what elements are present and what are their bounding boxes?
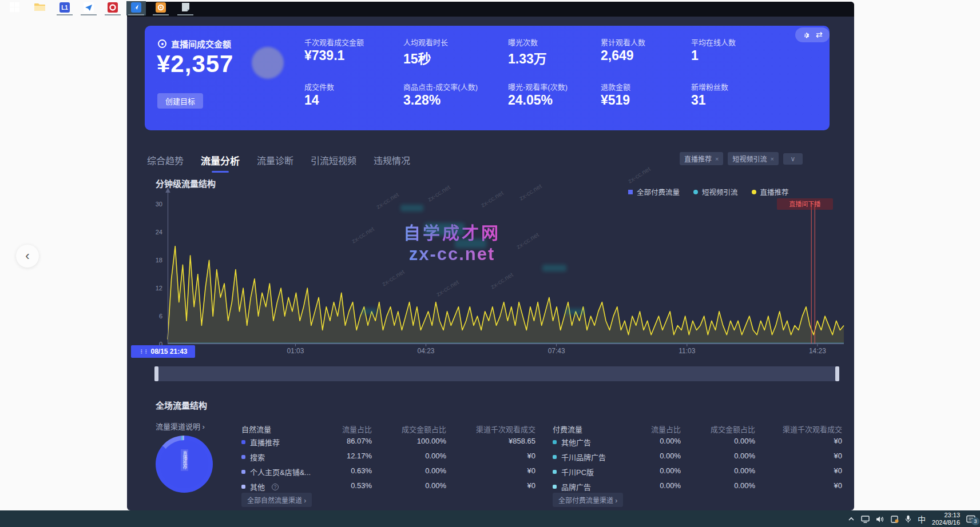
metric-label: 累计观看人数 (601, 37, 645, 47)
taskbar-blue-l-app[interactable]: L1 (55, 1, 74, 15)
metric-label: 商品点击-成交率(人数) (403, 81, 478, 92)
paid-cell: 0.00% (660, 481, 681, 490)
row-label: 千川PC版 (561, 466, 594, 477)
filter-chip-直播推荐[interactable]: 直播推荐× (680, 152, 723, 165)
volume-icon[interactable] (876, 516, 884, 523)
chevron-left-icon: ‹ (25, 249, 29, 263)
paid-col-header: 流量占比 (651, 424, 681, 434)
back-button[interactable]: ‹ (16, 245, 39, 268)
natural-col-header: 渠道千次观看成交 (476, 424, 535, 434)
open-app-indicator (153, 14, 169, 15)
pie-inner-label: 直播推荐 (181, 449, 188, 471)
taskbar-blue-arrow-app[interactable] (126, 1, 146, 15)
row-bullet (553, 470, 557, 474)
metric-label: 新增粉丝数 (691, 81, 728, 92)
natural-col-header: 流量占比 (342, 424, 372, 434)
taskbar-red-ring-browser[interactable] (103, 1, 122, 15)
tab-综合趋势[interactable]: 综合趋势 (147, 153, 184, 167)
filter-dropdown[interactable]: ∨ (783, 153, 803, 165)
window-top-bar (127, 2, 854, 17)
metric-label: 曝光-观看率(次数) (508, 81, 568, 92)
tab-违规情况[interactable]: 违规情况 (374, 153, 410, 167)
paid-cell: 0.00% (660, 466, 681, 475)
system-tray: 中 23:13 2024/8/16 3 (848, 512, 975, 526)
natural-row-直播推荐: 直播推荐 (241, 437, 280, 448)
slider-left-handle[interactable] (154, 366, 158, 381)
row-bullet (553, 485, 557, 489)
paid-table-title: 付费流量 (553, 424, 582, 434)
filter-chip-短视频引流[interactable]: 短视频引流× (728, 152, 778, 165)
stream-end-annotation: 直播间下播 (777, 198, 833, 210)
metric-value: 1 (691, 48, 699, 63)
chevron-down-icon: ∨ (791, 155, 796, 163)
gear-icon[interactable] (802, 31, 810, 39)
open-app-indicator (57, 14, 73, 15)
natural-table-title: 自然流量 (241, 424, 271, 434)
clock-date: 2024/8/16 (932, 519, 960, 526)
natural-cell: 86.07% (347, 437, 372, 445)
natural-col-header: 成交金额占比 (402, 424, 446, 434)
tab-流量分析[interactable]: 流量分析 (201, 153, 240, 167)
time-cursor-badge[interactable]: ⋮⋮ 08/15 21:43 (131, 345, 195, 358)
paid-cell: ¥0 (834, 452, 842, 460)
channel-explain-link[interactable]: 流量渠道说明 › (156, 421, 205, 432)
natural-cell: ¥0 (527, 466, 535, 475)
artifact-smudge (362, 309, 376, 314)
y-tick-label: 12 (148, 285, 162, 292)
artifact-smudge (542, 265, 566, 272)
teams-app-icon (84, 2, 94, 15)
file-explorer-icon (34, 3, 45, 14)
notes-app-icon (181, 2, 191, 14)
panel-actions (795, 27, 830, 42)
natural-cell: 100.00% (417, 437, 446, 445)
create-goal-button[interactable]: 创建目标 (157, 93, 203, 109)
taskbar-orange-camera-app[interactable] (151, 1, 170, 15)
natural-cell: 0.63% (351, 466, 372, 475)
taskbar-teams-app[interactable] (79, 1, 98, 15)
chevron-up-icon[interactable] (848, 516, 855, 522)
chart-range-slider[interactable] (154, 366, 839, 381)
taskbar-windows-start[interactable] (5, 1, 24, 15)
row-bullet (241, 470, 245, 474)
swap-icon[interactable] (815, 31, 823, 38)
tab-流量诊断[interactable]: 流量诊断 (257, 153, 293, 167)
microphone-icon[interactable] (905, 515, 911, 523)
artifact-smudge (565, 309, 585, 314)
screen: ‹ 直播间成交金额 ¥2,357 创建目标 千次观看成交金额¥739.1人均观看… (0, 0, 980, 527)
natural-cell: ¥858.65 (509, 437, 535, 445)
notification-center-icon[interactable]: 3 (966, 515, 975, 523)
metric-value: ¥739.1 (304, 48, 344, 63)
app-tray-icon[interactable] (891, 516, 899, 523)
x-tick-label: 04:23 (418, 347, 435, 355)
filter-chips: 直播推荐×短视频引流×∨ (680, 152, 803, 165)
metric-label: 人均观看时长 (403, 37, 448, 47)
tab-引流短视频[interactable]: 引流短视频 (311, 153, 356, 167)
slider-right-handle[interactable] (835, 366, 839, 381)
natural-all-channels-link[interactable]: 全部自然流量渠道 › (241, 493, 312, 507)
taskbar-notes-app[interactable] (176, 1, 195, 15)
natural-cell: ¥0 (527, 481, 535, 490)
ime-indicator[interactable]: 中 (918, 513, 926, 525)
taskbar-clock[interactable]: 23:13 2024/8/16 (932, 512, 960, 526)
display-icon[interactable] (861, 516, 870, 523)
goal-target-icon (158, 39, 166, 48)
natural-cell: ¥0 (527, 452, 535, 460)
minute-traffic-chart[interactable] (168, 195, 844, 344)
artifact-smudge (455, 239, 486, 248)
metric-label: 曝光次数 (508, 37, 538, 47)
info-icon[interactable]: ? (272, 484, 279, 490)
paid-cell: 0.00% (660, 452, 681, 460)
remove-chip-icon[interactable]: × (715, 155, 719, 162)
natural-row-其他: 其他? (241, 481, 279, 492)
paid-cell: 0.00% (660, 437, 681, 445)
x-tick-label: 11:03 (679, 347, 695, 355)
paid-all-channels-link[interactable]: 全部付费流量渠道 › (553, 493, 623, 507)
open-app-indicator (177, 14, 193, 15)
x-tick-label: 01:03 (287, 347, 304, 355)
open-app-indicator (81, 14, 97, 15)
clock-time: 23:13 (932, 512, 960, 519)
row-label: 其他广告 (561, 437, 591, 448)
remove-chip-icon[interactable]: × (770, 155, 773, 162)
natural-row-个人主页&店铺&...: 个人主页&店铺&... (241, 466, 311, 477)
taskbar-file-explorer[interactable] (30, 1, 49, 15)
